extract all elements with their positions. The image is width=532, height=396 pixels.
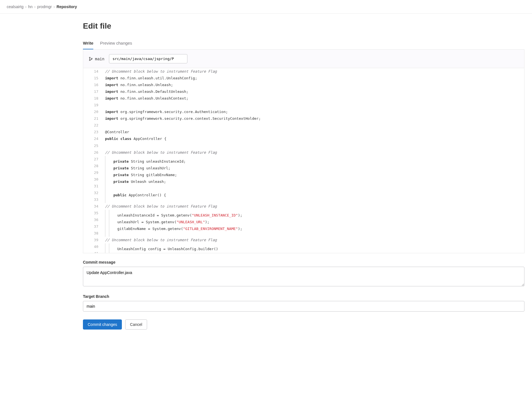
code-line: 20import org.springframework.security.co…: [83, 109, 524, 115]
code-line: 33: [83, 196, 524, 203]
branch-name: main: [95, 57, 104, 61]
code-line: 35 unleashInstanceId = System.getenv("UN…: [83, 210, 524, 217]
code-line: 21import org.springframework.security.co…: [83, 115, 524, 122]
commit-changes-button[interactable]: Commit changes: [83, 319, 122, 330]
file-path-input[interactable]: [109, 54, 187, 63]
code-line: 37 gitlabEnvName = System.getenv("GITLAB…: [83, 223, 524, 230]
tab-preview[interactable]: Preview changes: [100, 37, 132, 49]
chevron-right-icon: ›: [34, 4, 36, 9]
cancel-button[interactable]: Cancel: [125, 319, 147, 330]
breadcrumb: cealsairtg › hn › prodmgr › Repository: [0, 0, 532, 14]
code-line: 15import no.finn.unleash.util.UnleashCon…: [83, 75, 524, 82]
code-line: 24public class AppController {: [83, 135, 524, 142]
commit-message-input[interactable]: [83, 267, 524, 286]
code-line: 19: [83, 102, 524, 109]
code-line: 31: [83, 183, 524, 190]
code-line: 40 UnleashConfig config = UnleashConfig.…: [83, 243, 524, 250]
editor-header: main: [83, 50, 524, 68]
code-line: 27 private String unleashInstanceId;: [83, 156, 524, 163]
code-line: 39// Uncomment block below to instrument…: [83, 237, 524, 243]
chevron-right-icon: ›: [25, 4, 27, 9]
breadcrumb-link-1[interactable]: hn: [28, 4, 33, 9]
code-line: 30 private Unleash unleash;: [83, 176, 524, 183]
tab-write[interactable]: Write: [83, 37, 93, 49]
page-title: Edit file: [83, 22, 524, 31]
code-line: 29 private String gitlabEnvName;: [83, 169, 524, 176]
chevron-right-icon: ›: [54, 4, 55, 9]
code-line: 34// Uncomment block below to instrument…: [83, 203, 524, 210]
svg-point-1: [89, 59, 90, 61]
code-line: 38: [83, 230, 524, 237]
code-line: 36 unleashUrl = System.getenv("UNLEASH_U…: [83, 217, 524, 223]
breadcrumb-current: Repository: [57, 4, 77, 9]
code-editor[interactable]: 14// Uncomment block below to instrument…: [83, 68, 524, 253]
target-branch-label: Target Branch: [83, 294, 524, 299]
breadcrumb-link-2[interactable]: prodmgr: [37, 4, 52, 9]
branch-indicator: main: [89, 57, 104, 61]
code-line: 16import no.finn.unleash.Unleash;: [83, 82, 524, 88]
code-line: 28 private String unleashUrl;: [83, 163, 524, 169]
code-line: 32 public AppController() {: [83, 190, 524, 196]
code-line: 22: [83, 122, 524, 129]
editor-tabs: Write Preview changes: [83, 37, 524, 50]
code-line: 14// Uncomment block below to instrument…: [83, 68, 524, 75]
code-line: 17import no.finn.unleash.DefaultUnleash;: [83, 88, 524, 95]
code-line: 41 .appName(gitlabEnvName): [83, 250, 524, 253]
svg-point-0: [89, 57, 90, 58]
breadcrumb-link-0[interactable]: cealsairtg: [7, 4, 24, 9]
code-line: 23@Controller: [83, 129, 524, 135]
svg-point-2: [91, 58, 92, 59]
code-line: 26// Uncomment block below to instrument…: [83, 149, 524, 156]
commit-message-label: Commit message: [83, 260, 524, 264]
code-line: 25: [83, 142, 524, 149]
target-branch-input[interactable]: [83, 301, 524, 312]
branch-icon: [89, 57, 93, 61]
code-line: 18import no.finn.unleash.UnleashContext;: [83, 95, 524, 102]
